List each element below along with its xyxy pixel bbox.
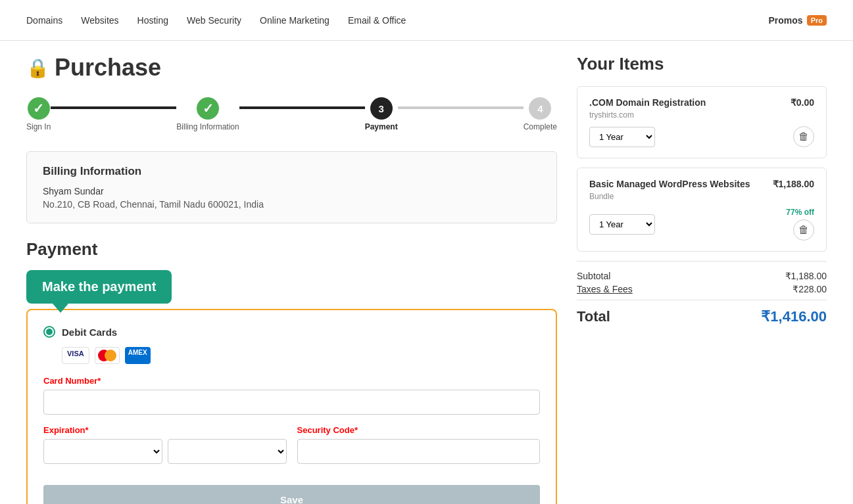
payment-tooltip: Make the payment xyxy=(26,270,172,304)
discount-tag-1: 77% off xyxy=(786,208,814,217)
step2-check: ✓ xyxy=(203,101,214,116)
radio-dot xyxy=(46,329,53,335)
exp-security-row: Expiration* 010203 040506 070809 101112 xyxy=(43,425,540,474)
step2-circle: ✓ xyxy=(197,97,219,120)
payment-form: Debit Cards VISA AMEX Card Number* xyxy=(26,309,557,504)
delete-item-0[interactable]: 🗑 xyxy=(793,126,814,147)
delete-item-1[interactable]: 🗑 xyxy=(793,219,814,241)
exp-year-select[interactable]: 202420252026 2027202820292030 xyxy=(168,439,287,464)
step-line-2 xyxy=(239,106,365,109)
nav-domains[interactable]: Domains xyxy=(26,15,62,26)
visa-icon: VISA xyxy=(62,347,89,364)
navigation: Domains Websites Hosting Web Security On… xyxy=(0,0,853,41)
subtotal-value: ₹1,188.00 xyxy=(785,271,827,281)
payment-section-title: Payment xyxy=(26,239,557,260)
step-line-1 xyxy=(51,106,176,109)
pro-badge: Pro xyxy=(807,15,827,26)
step-payment: 3 Payment xyxy=(365,97,398,131)
step-line-3 xyxy=(398,106,524,109)
nav-online-marketing[interactable]: Online Marketing xyxy=(260,15,329,26)
step-complete: 4 Complete xyxy=(524,97,557,131)
exp-selects: 010203 040506 070809 101112 202420252026… xyxy=(43,439,287,464)
your-items-title: Your Items xyxy=(577,54,827,74)
lock-icon: 🔒 xyxy=(26,57,49,79)
security-code-label: Security Code* xyxy=(297,425,541,435)
card-number-input[interactable] xyxy=(43,390,540,415)
card-number-label: Card Number* xyxy=(43,376,540,386)
step1-circle: ✓ xyxy=(28,97,50,120)
billing-info-title: Billing Information xyxy=(43,165,541,178)
taxes-value: ₹228.00 xyxy=(792,284,827,294)
item-price-1: ₹1,188.00 xyxy=(773,179,815,189)
total-label: Total xyxy=(577,308,610,325)
step1-label: Sign In xyxy=(26,122,51,131)
step4-circle: 4 xyxy=(529,97,551,120)
nav-email-office[interactable]: Email & Office xyxy=(348,15,406,26)
step3-number: 3 xyxy=(379,103,384,114)
total-row: Total ₹1,416.00 xyxy=(577,300,827,325)
amex-icon: AMEX xyxy=(125,347,151,364)
debit-card-option[interactable]: Debit Cards xyxy=(43,326,540,338)
card-number-group: Card Number* xyxy=(43,376,540,415)
save-button[interactable]: Save xyxy=(43,485,540,504)
item-price-0: ₹0.00 xyxy=(791,97,814,108)
right-panel: Your Items .COM Domain Registration ₹0.0… xyxy=(577,54,827,504)
subtotal-row: Subtotal ₹1,188.00 xyxy=(577,271,827,281)
promos-label: Promos xyxy=(769,15,803,26)
step3-circle: 3 xyxy=(370,97,393,120)
item-duration-select-0[interactable]: 1 Year 2 Years xyxy=(589,127,655,147)
card-icons: VISA AMEX xyxy=(62,347,540,364)
page-title-row: 🔒 Purchase xyxy=(26,54,557,81)
left-panel: 🔒 Purchase ✓ Sign In ✓ Billing Informati… xyxy=(26,54,577,504)
step4-label: Complete xyxy=(524,122,557,131)
item-card-0: .COM Domain Registration ₹0.00 tryshirts… xyxy=(577,86,827,158)
item-footer-0: 1 Year 2 Years 🗑 xyxy=(589,126,814,147)
tooltip-wrapper: Make the payment xyxy=(26,270,172,304)
item-sub-0: tryshirts.com xyxy=(589,110,814,120)
expiration-label: Expiration* xyxy=(43,425,287,435)
item-duration-select-1[interactable]: 1 Year 2 Years xyxy=(589,214,655,235)
total-amount: ₹1,416.00 xyxy=(761,308,827,325)
expiration-group: Expiration* 010203 040506 070809 101112 xyxy=(43,425,287,464)
taxes-label[interactable]: Taxes & Fees xyxy=(577,284,633,294)
step4-number: 4 xyxy=(537,103,543,114)
item-header-1: Basic Managed WordPress Websites ₹1,188.… xyxy=(589,179,814,189)
mastercard-icon xyxy=(95,347,120,364)
step1-check: ✓ xyxy=(33,101,44,116)
nav-hosting[interactable]: Hosting xyxy=(137,15,168,26)
subtotal-label: Subtotal xyxy=(577,271,610,281)
nav-links: Domains Websites Hosting Web Security On… xyxy=(26,15,406,26)
taxes-row: Taxes & Fees ₹228.00 xyxy=(577,284,827,294)
item-header-0: .COM Domain Registration ₹0.00 xyxy=(589,97,814,108)
nav-websites[interactable]: Websites xyxy=(81,15,118,26)
billing-info-box: Billing Information Shyam Sundar No.210,… xyxy=(26,151,557,223)
item-name-0: .COM Domain Registration xyxy=(589,97,706,108)
step2-label: Billing Information xyxy=(176,122,239,131)
security-code-input[interactable] xyxy=(297,439,541,464)
item-name-1: Basic Managed WordPress Websites xyxy=(589,179,750,189)
debit-cards-label: Debit Cards xyxy=(62,327,117,338)
step-sign-in: ✓ Sign In xyxy=(26,97,51,131)
step3-label: Payment xyxy=(365,122,398,131)
billing-name: Shyam Sundar xyxy=(43,186,541,196)
item-sub-1: Bundle xyxy=(589,192,814,201)
item-card-1: Basic Managed WordPress Websites ₹1,188.… xyxy=(577,168,827,252)
billing-address: No.210, CB Road, Chennai, Tamil Nadu 600… xyxy=(43,199,541,210)
nav-web-security[interactable]: Web Security xyxy=(187,15,241,26)
step-billing: ✓ Billing Information xyxy=(176,97,239,131)
order-summary: Subtotal ₹1,188.00 Taxes & Fees ₹228.00 … xyxy=(577,261,827,325)
item-footer-1: 1 Year 2 Years 77% off 🗑 xyxy=(589,208,814,241)
security-code-group: Security Code* xyxy=(297,425,541,464)
stepper: ✓ Sign In ✓ Billing Information 3 Paymen… xyxy=(26,97,557,131)
radio-circle xyxy=(43,326,55,338)
page-title: Purchase xyxy=(55,54,161,81)
exp-month-select[interactable]: 010203 040506 070809 101112 xyxy=(43,439,162,464)
main-content: 🔒 Purchase ✓ Sign In ✓ Billing Informati… xyxy=(0,41,853,504)
promos-button[interactable]: Promos Pro xyxy=(769,15,827,26)
